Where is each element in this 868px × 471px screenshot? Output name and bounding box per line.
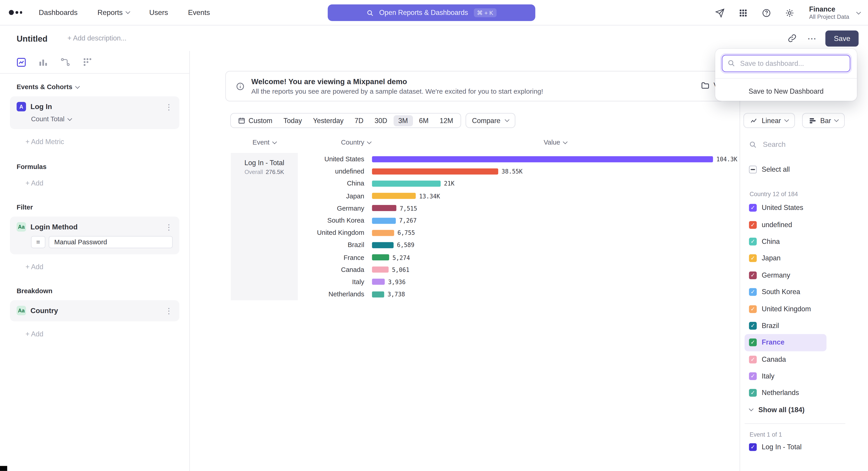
checkbox-checked-icon[interactable]: ✓ bbox=[749, 443, 756, 451]
country-label[interactable]: China bbox=[298, 180, 372, 187]
tab-insights[interactable] bbox=[16, 57, 27, 68]
event-column-header[interactable]: Event bbox=[231, 139, 298, 146]
value-bar[interactable] bbox=[372, 230, 394, 236]
country-label[interactable]: Germany bbox=[298, 204, 372, 212]
value-bar[interactable] bbox=[372, 217, 396, 224]
country-label[interactable]: United Kingdom bbox=[298, 229, 372, 237]
filter-operator[interactable]: = bbox=[31, 236, 45, 248]
checkbox-checked-icon[interactable]: ✓ bbox=[749, 389, 756, 397]
indeterminate-checkbox[interactable] bbox=[749, 166, 756, 173]
settings-gear-icon[interactable] bbox=[784, 6, 796, 19]
filter-item-france[interactable]: ✓France bbox=[745, 334, 827, 351]
checkbox-checked-icon[interactable]: ✓ bbox=[749, 322, 756, 330]
filter-item-netherlands[interactable]: ✓Netherlands bbox=[745, 385, 827, 401]
filter-property-name[interactable]: Login Method bbox=[31, 223, 78, 231]
range-custom[interactable]: Custom bbox=[233, 115, 277, 126]
metric-name[interactable]: Log In bbox=[31, 102, 52, 111]
project-switcher[interactable]: Finance All Project Data bbox=[809, 5, 860, 20]
checkbox-checked-icon[interactable]: ✓ bbox=[749, 288, 756, 296]
share-link-icon[interactable] bbox=[786, 32, 798, 45]
nav-item-dashboards[interactable]: Dashboards bbox=[39, 8, 78, 17]
nav-item-users[interactable]: Users bbox=[149, 8, 168, 17]
add-metric-button[interactable]: + Add Metric bbox=[26, 138, 189, 146]
value-column-header[interactable]: Value bbox=[372, 139, 739, 146]
event-group-cell[interactable]: Log In - Total Overall276.5K bbox=[231, 153, 298, 300]
country-label[interactable]: South Korea bbox=[298, 217, 372, 225]
range-yesterday[interactable]: Yesterday bbox=[308, 115, 348, 126]
metric-card[interactable]: A Log In ⋮ Count Total bbox=[10, 96, 179, 129]
checkbox-checked-icon[interactable]: ✓ bbox=[749, 305, 756, 313]
filter-item-canada[interactable]: ✓Canada bbox=[745, 351, 827, 367]
global-search-button[interactable]: Open Reports & Dashboards ⌘ + K bbox=[328, 4, 535, 21]
mixpanel-logo-icon[interactable] bbox=[9, 10, 22, 15]
value-bar[interactable] bbox=[372, 267, 389, 273]
add-filter-button[interactable]: + Add bbox=[26, 263, 189, 271]
range-today[interactable]: Today bbox=[278, 115, 307, 126]
checkbox-checked-icon[interactable]: ✓ bbox=[749, 271, 756, 279]
range-7d[interactable]: 7D bbox=[350, 115, 368, 126]
filter-item-united-kingdom[interactable]: ✓United Kingdom bbox=[745, 300, 827, 317]
range-12m[interactable]: 12M bbox=[435, 115, 458, 126]
checkbox-checked-icon[interactable]: ✓ bbox=[749, 356, 756, 363]
tab-funnels[interactable] bbox=[38, 57, 49, 68]
range-30d[interactable]: 30D bbox=[370, 115, 392, 126]
value-scale-dropdown[interactable]: Linear bbox=[743, 113, 795, 128]
checkbox-checked-icon[interactable]: ✓ bbox=[749, 372, 756, 380]
help-icon[interactable] bbox=[761, 6, 773, 19]
events-cohorts-section-title[interactable]: Events & Cohorts bbox=[17, 83, 173, 91]
checkbox-checked-icon[interactable]: ✓ bbox=[749, 238, 756, 245]
add-formula-button[interactable]: + Add bbox=[26, 179, 189, 187]
filter-card[interactable]: Aa Login Method ⋮ = Manual Password bbox=[10, 217, 179, 255]
nav-item-reports[interactable]: Reports bbox=[97, 8, 129, 17]
aggregation-selector[interactable]: Count Total bbox=[31, 115, 173, 123]
filter-item-italy[interactable]: ✓Italy bbox=[745, 368, 827, 385]
report-title[interactable]: Untitled bbox=[17, 33, 48, 43]
filter-item-south-korea[interactable]: ✓South Korea bbox=[745, 284, 827, 300]
value-bar[interactable] bbox=[372, 168, 498, 174]
save-to-dashboard-input[interactable] bbox=[739, 59, 844, 68]
legend-search-input[interactable] bbox=[762, 140, 845, 149]
value-bar[interactable] bbox=[372, 180, 441, 187]
checkbox-checked-icon[interactable]: ✓ bbox=[749, 255, 756, 262]
breakdown-property-name[interactable]: Country bbox=[31, 306, 58, 315]
country-label[interactable]: undefined bbox=[298, 168, 372, 175]
country-label[interactable]: Brazil bbox=[298, 241, 372, 249]
country-column-header[interactable]: Country bbox=[298, 139, 372, 146]
tab-retention[interactable] bbox=[82, 57, 93, 68]
value-bar[interactable] bbox=[372, 156, 713, 162]
checkbox-checked-icon[interactable]: ✓ bbox=[749, 338, 756, 346]
filter-item-germany[interactable]: ✓Germany bbox=[745, 267, 827, 284]
add-description-field[interactable]: + Add description... bbox=[67, 34, 126, 42]
value-bar[interactable] bbox=[372, 242, 394, 248]
apps-grid-icon[interactable] bbox=[737, 6, 749, 19]
chart-type-dropdown[interactable]: Bar bbox=[802, 113, 845, 128]
breakdown-card[interactable]: Aa Country ⋮ bbox=[10, 300, 179, 321]
value-bar[interactable] bbox=[372, 254, 389, 260]
checkbox-checked-icon[interactable]: ✓ bbox=[749, 221, 756, 229]
range-3m[interactable]: 3M bbox=[393, 115, 413, 126]
country-label[interactable]: Japan bbox=[298, 192, 372, 200]
filter-item-united-states[interactable]: ✓United States bbox=[745, 200, 827, 216]
add-breakdown-button[interactable]: + Add bbox=[26, 330, 189, 338]
event-legend-item[interactable]: ✓ Log In - Total bbox=[749, 443, 802, 451]
value-bar[interactable] bbox=[372, 279, 385, 285]
filter-value[interactable]: Manual Password bbox=[49, 236, 173, 248]
filter-item-brazil[interactable]: ✓Brazil bbox=[745, 317, 827, 334]
metric-kebab-icon[interactable]: ⋮ bbox=[165, 103, 173, 110]
save-button[interactable]: Save bbox=[826, 30, 859, 46]
value-bar[interactable] bbox=[372, 193, 416, 199]
range-6m[interactable]: 6M bbox=[414, 115, 434, 126]
save-to-new-dashboard-option[interactable]: Save to New Dashboard bbox=[715, 78, 857, 104]
nav-item-events[interactable]: Events bbox=[188, 8, 210, 17]
filter-item-japan[interactable]: ✓Japan bbox=[745, 250, 827, 267]
country-label[interactable]: Netherlands bbox=[298, 291, 372, 298]
paper-plane-icon[interactable] bbox=[714, 6, 726, 19]
value-bar[interactable] bbox=[372, 205, 397, 211]
checkbox-checked-icon[interactable]: ✓ bbox=[749, 204, 756, 212]
compare-dropdown[interactable]: Compare bbox=[465, 113, 515, 128]
country-label[interactable]: United States bbox=[298, 155, 372, 163]
select-all-toggle[interactable]: Select all bbox=[749, 166, 790, 173]
country-label[interactable]: Canada bbox=[298, 266, 372, 273]
value-bar[interactable] bbox=[372, 291, 384, 297]
filter-item-undefined[interactable]: ✓undefined bbox=[745, 216, 827, 233]
